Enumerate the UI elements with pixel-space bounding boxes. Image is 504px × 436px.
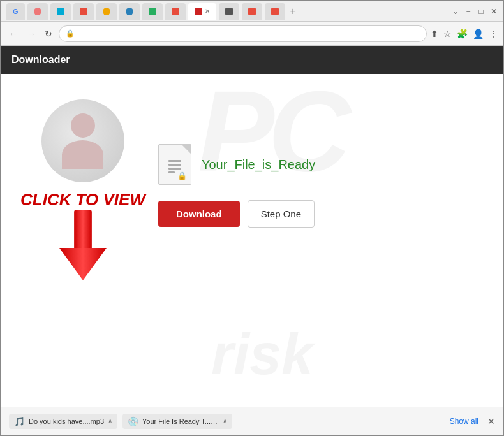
arrow-down-icon xyxy=(57,210,108,286)
profile-icon[interactable]: 👤 xyxy=(473,29,484,39)
chevron-down-icon[interactable]: ⌄ xyxy=(452,8,459,15)
file-row: 🔒 Your_File_is_Ready xyxy=(158,144,315,185)
left-column: CLICK TO VIEW xyxy=(20,99,145,286)
main-content: PC risk CLICK TO VIEW xyxy=(1,74,503,407)
tab-10[interactable] xyxy=(219,3,239,20)
svg-rect-0 xyxy=(74,210,92,251)
window-controls: ⌄ − □ ✕ xyxy=(452,8,498,15)
address-input[interactable]: 🔒 xyxy=(59,25,427,42)
menu-icon[interactable]: ⋮ xyxy=(489,29,498,39)
avatar-person xyxy=(62,113,103,169)
bookmark-icon[interactable]: ☆ xyxy=(443,29,452,39)
avatar-head xyxy=(71,113,95,138)
download-item-2[interactable]: 💿 Your File Is Ready T....iso ∧ xyxy=(122,414,232,429)
chevron-up-icon-1[interactable]: ∧ xyxy=(108,418,112,425)
tab-strip: G xyxy=(6,3,452,20)
app-title: Downloader xyxy=(11,54,70,66)
refresh-button[interactable]: ↻ xyxy=(42,27,55,40)
tabs-area: G xyxy=(6,3,452,20)
avatar-body xyxy=(62,140,103,169)
toolbar-icons: ⬆ ☆ 🧩 👤 ⋮ xyxy=(431,29,498,39)
download-bar: 🎵 Do you kids have....mp3 ∧ 💿 Your File … xyxy=(1,407,503,435)
forward-button[interactable]: → xyxy=(24,27,38,40)
music-file-icon: 🎵 xyxy=(14,416,25,426)
tab-8[interactable] xyxy=(165,3,186,20)
address-bar: ← → ↻ 🔒 ⬆ ☆ 🧩 👤 ⋮ xyxy=(1,22,503,46)
show-all-button[interactable]: Show all xyxy=(450,417,478,426)
browser-frame: G xyxy=(0,0,504,436)
button-row: Download Step One xyxy=(158,200,315,228)
tab-12[interactable] xyxy=(265,3,285,20)
tab-bing[interactable] xyxy=(50,3,71,20)
tab-2[interactable] xyxy=(27,3,48,20)
tab-close-icon[interactable]: ✕ xyxy=(205,8,210,15)
new-tab-button[interactable]: + xyxy=(290,6,296,17)
content-layout: CLICK TO VIEW xyxy=(1,74,503,407)
tab-google[interactable]: G xyxy=(6,3,25,20)
tab-7[interactable] xyxy=(142,3,163,20)
download-filename-1: Do you kids have....mp3 xyxy=(29,418,104,425)
avatar xyxy=(41,99,124,182)
tab-4[interactable] xyxy=(73,3,94,20)
svg-marker-1 xyxy=(59,248,107,280)
tab-active[interactable]: ✕ xyxy=(188,3,216,20)
tab-5[interactable] xyxy=(96,3,117,20)
back-button[interactable]: ← xyxy=(6,27,20,40)
close-button[interactable]: ✕ xyxy=(490,8,498,15)
download-item-1[interactable]: 🎵 Do you kids have....mp3 ∧ xyxy=(9,414,117,429)
maximize-button[interactable]: □ xyxy=(477,8,485,15)
step-one-button[interactable]: Step One xyxy=(248,200,315,228)
iso-file-icon: 💿 xyxy=(128,416,138,426)
lock-icon: 🔒 xyxy=(66,29,75,38)
download-button[interactable]: Download xyxy=(158,201,240,227)
share-icon[interactable]: ⬆ xyxy=(431,29,438,39)
extensions-icon[interactable]: 🧩 xyxy=(457,29,468,39)
click-to-view-label[interactable]: CLICK TO VIEW xyxy=(20,190,145,210)
minimize-button[interactable]: − xyxy=(464,8,472,15)
file-icon: 🔒 xyxy=(158,144,191,185)
title-bar: G xyxy=(1,1,503,22)
tab-11[interactable] xyxy=(242,3,262,20)
download-bar-close-button[interactable]: ✕ xyxy=(487,416,495,426)
app-header: Downloader xyxy=(1,46,503,74)
file-name-label: Your_File_is_Ready xyxy=(202,157,315,172)
download-filename-2: Your File Is Ready T....iso xyxy=(142,418,219,425)
chevron-up-icon-2[interactable]: ∧ xyxy=(223,418,227,425)
right-column: 🔒 Your_File_is_Ready Download Step One xyxy=(158,144,315,228)
tab-6[interactable] xyxy=(119,3,140,20)
